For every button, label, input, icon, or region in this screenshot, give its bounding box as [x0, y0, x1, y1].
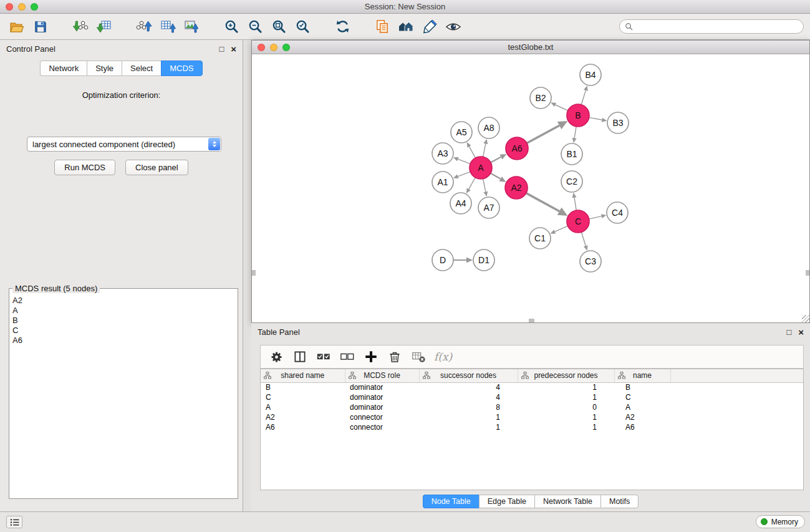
mcds-result-item[interactable]: C: [11, 326, 236, 336]
save-session-button[interactable]: [29, 16, 52, 37]
graph-edge-A-A8[interactable]: [483, 143, 486, 157]
close-panel-icon[interactable]: ×: [231, 44, 236, 54]
graph-edge-A-A1[interactable]: [458, 172, 470, 176]
column-header-MCDS-role[interactable]: MCDS role: [345, 369, 419, 382]
zoom-selected-button[interactable]: [291, 16, 314, 37]
graph-edge-A-A2[interactable]: [491, 173, 501, 179]
task-history-button[interactable]: [6, 516, 22, 528]
graph-edge-C-C1[interactable]: [555, 226, 568, 231]
float-table-panel-icon[interactable]: □: [786, 328, 791, 336]
network-zoom-button[interactable]: [282, 44, 290, 51]
table-cell[interactable]: A: [261, 402, 345, 412]
table-row[interactable]: A2connector11A2: [261, 412, 803, 422]
table-cell[interactable]: 4: [419, 382, 518, 392]
column-layout-button[interactable]: [289, 347, 311, 366]
close-table-panel-icon[interactable]: ×: [798, 327, 804, 337]
select-all-rows-button[interactable]: [313, 347, 334, 366]
float-panel-icon[interactable]: □: [219, 45, 224, 53]
graph-edge-C-C4[interactable]: [589, 216, 602, 219]
table-row[interactable]: Cdominator41C: [261, 392, 803, 402]
mcds-result-item[interactable]: A: [11, 306, 236, 316]
home-view-button[interactable]: [394, 16, 418, 37]
graph-edge-A-A4[interactable]: [469, 178, 475, 190]
show-hide-button[interactable]: [441, 16, 465, 37]
mcds-result-item[interactable]: A2: [11, 296, 236, 306]
zoom-in-button[interactable]: [219, 16, 243, 37]
mcds-result-list[interactable]: A2ABCA6: [11, 296, 236, 496]
graph-edge-A-A6[interactable]: [491, 157, 501, 163]
graph-edge-A6-B[interactable]: [527, 125, 559, 143]
table-row[interactable]: Bdominator41B: [261, 382, 803, 392]
graph-edge-A-A5[interactable]: [469, 147, 475, 158]
export-table-button[interactable]: [156, 16, 180, 37]
table-cell[interactable]: 1: [518, 412, 614, 422]
tab-style[interactable]: Style: [87, 60, 122, 76]
delete-column-button[interactable]: [384, 347, 405, 366]
close-panel-button[interactable]: Close panel: [125, 160, 188, 175]
table-cell[interactable]: connector: [345, 422, 419, 432]
annotation-edit-button[interactable]: [418, 16, 441, 37]
network-minimize-button[interactable]: [270, 44, 277, 51]
run-mcds-button[interactable]: Run MCDS: [54, 160, 115, 175]
tab-edge-table[interactable]: Edge Table: [479, 495, 534, 508]
function-builder-button[interactable]: f(x): [434, 351, 452, 363]
add-column-button[interactable]: [360, 347, 382, 366]
table-row[interactable]: A6connector11A6: [261, 422, 803, 432]
import-network-button[interactable]: [69, 16, 92, 37]
table-cell[interactable]: 1: [518, 392, 614, 402]
zoom-fit-button[interactable]: [267, 16, 291, 37]
table-cell[interactable]: 1: [419, 422, 518, 432]
table-cell[interactable]: 1: [518, 422, 614, 432]
table-cell[interactable]: 0: [518, 402, 614, 412]
mcds-result-item[interactable]: A6: [11, 336, 236, 346]
graph-edge-B-B1[interactable]: [574, 127, 576, 138]
column-header-shared-name[interactable]: shared name: [261, 369, 345, 382]
mcds-result-item[interactable]: B: [11, 316, 236, 326]
import-table-button[interactable]: [92, 16, 116, 37]
table-row[interactable]: Adominator80A: [261, 402, 803, 412]
graph-edge-A2-C[interactable]: [526, 193, 559, 211]
graph-edge-B-B4[interactable]: [581, 90, 586, 105]
column-header-successor-nodes[interactable]: successor nodes: [419, 369, 518, 382]
table-cell[interactable]: A: [614, 402, 670, 412]
table-cell[interactable]: C: [261, 392, 345, 402]
close-window-button[interactable]: [6, 3, 13, 11]
network-close-button[interactable]: [258, 44, 265, 51]
table-cell[interactable]: A2: [614, 412, 670, 422]
deselect-all-rows-button[interactable]: [337, 347, 358, 366]
search-box[interactable]: [619, 19, 804, 34]
table-cell[interactable]: 8: [419, 402, 518, 412]
graph-edge-B-B3[interactable]: [589, 117, 602, 120]
tab-node-table[interactable]: Node Table: [423, 495, 479, 508]
graph-edge-B-B2[interactable]: [556, 105, 568, 110]
table-cell[interactable]: dominator: [345, 402, 419, 412]
table-cell[interactable]: C: [614, 392, 670, 402]
table-settings-button[interactable]: [266, 347, 287, 366]
tab-select[interactable]: Select: [122, 60, 161, 76]
memory-button[interactable]: Memory: [756, 515, 805, 528]
table-cell[interactable]: B: [261, 382, 345, 392]
tab-motifs[interactable]: Motifs: [600, 495, 639, 508]
table-cell[interactable]: connector: [345, 412, 419, 422]
export-network-button[interactable]: [132, 16, 156, 37]
duplicate-network-button[interactable]: [370, 16, 394, 37]
delete-table-button[interactable]: [408, 347, 429, 366]
export-image-button[interactable]: [180, 16, 203, 37]
table-cell[interactable]: A6: [261, 422, 345, 432]
table-cell[interactable]: A6: [614, 422, 670, 432]
resize-grip[interactable]: [802, 315, 809, 322]
graph-edge-C-C2[interactable]: [574, 198, 576, 211]
graph-edge-C-C3[interactable]: [581, 232, 586, 246]
refresh-layout-button[interactable]: [330, 16, 354, 37]
zoom-window-button[interactable]: [31, 3, 38, 11]
table-cell[interactable]: 1: [419, 412, 518, 422]
table-cell[interactable]: dominator: [345, 382, 419, 392]
tab-network[interactable]: Network: [40, 60, 87, 76]
zoom-out-button[interactable]: [243, 16, 267, 37]
network-canvas[interactable]: AA1A2A3A4A5A6A7A8BB1B2B3B4CC1C2C3C4DD1: [252, 54, 809, 322]
table-cell[interactable]: A2: [261, 412, 345, 422]
search-input[interactable]: [636, 22, 798, 31]
table-cell[interactable]: 4: [419, 392, 518, 402]
table-cell[interactable]: dominator: [345, 392, 419, 402]
graph-edge-A-A3[interactable]: [458, 159, 470, 163]
